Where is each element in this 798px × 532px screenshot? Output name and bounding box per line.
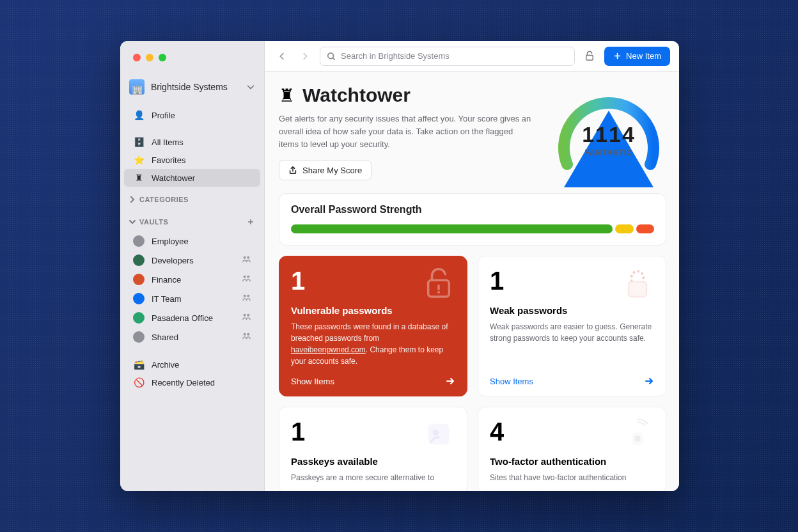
vulnerable-passwords-card[interactable]: 1 Vulnerable passwords These passwords w… bbox=[279, 256, 467, 396]
shared-icon bbox=[242, 331, 251, 343]
minimize-window-button[interactable] bbox=[146, 54, 153, 61]
passkey-icon bbox=[421, 416, 457, 452]
sidebar-item-profile[interactable]: 👤 Profile bbox=[124, 106, 260, 124]
vault-label: IT Team bbox=[152, 294, 181, 304]
forward-button[interactable] bbox=[297, 48, 313, 65]
account-name: Brightside Systems bbox=[151, 82, 240, 92]
show-items-button[interactable]: Show Items bbox=[490, 367, 654, 386]
vault-icon bbox=[133, 293, 145, 304]
tower-icon: ♜ bbox=[279, 85, 295, 106]
new-item-button[interactable]: New Item bbox=[604, 47, 670, 66]
passkeys-title: Passkeys available bbox=[291, 456, 455, 467]
share-score-label: Share My Score bbox=[302, 166, 362, 175]
svg-point-1 bbox=[247, 256, 249, 259]
profile-icon: 👤 bbox=[133, 110, 145, 120]
window-controls bbox=[120, 41, 264, 61]
svg-rect-11 bbox=[586, 55, 593, 60]
trash-icon: 🚫 bbox=[133, 377, 145, 387]
page-description: Get alerts for any security issues that … bbox=[279, 113, 535, 151]
sidebar-item-archive[interactable]: 🗃️ Archive bbox=[124, 356, 260, 373]
vault-icon bbox=[133, 274, 145, 285]
sidebar-item-favorites[interactable]: ⭐ Favorites bbox=[124, 151, 260, 169]
back-button[interactable] bbox=[274, 48, 290, 65]
account-switcher[interactable]: 🏢 Brightside Systems bbox=[129, 79, 255, 95]
vault-label: Developers bbox=[152, 256, 194, 265]
svg-rect-14 bbox=[629, 282, 646, 297]
score-rating: FANTASTIC bbox=[551, 148, 666, 157]
vault-label: Shared bbox=[152, 332, 178, 342]
twofa-icon bbox=[620, 416, 655, 452]
show-items-button[interactable]: Show Items bbox=[291, 367, 455, 386]
add-vault-button[interactable]: ＋ bbox=[246, 216, 256, 228]
vault-icon bbox=[133, 312, 145, 324]
weak-passwords-card[interactable]: 1 Weak passwords Weak passwords are easi… bbox=[478, 256, 666, 396]
watchtower-hero: ♜ Watchtower Get alerts for any security… bbox=[279, 84, 666, 180]
vulnerable-description: These passwords were found in a database… bbox=[291, 321, 455, 367]
arrow-right-icon bbox=[644, 376, 654, 386]
strength-segment-strong bbox=[291, 224, 613, 233]
svg-point-4 bbox=[244, 295, 246, 297]
arrow-left-icon bbox=[278, 52, 286, 61]
strength-bar bbox=[291, 224, 654, 233]
main-pane: Search in Brightside Systems New Item ♜ … bbox=[265, 41, 679, 491]
lock-button[interactable] bbox=[581, 48, 598, 65]
shared-icon bbox=[242, 254, 251, 266]
section-label: CATEGORIES bbox=[139, 196, 189, 203]
vault-label: Finance bbox=[152, 275, 181, 285]
sidebar-item-all-items[interactable]: 🗄️ All Items bbox=[124, 133, 260, 151]
vault-item-pasadena-office[interactable]: Pasadena Office bbox=[124, 308, 260, 327]
share-icon bbox=[288, 166, 297, 175]
search-input[interactable]: Search in Brightside Systems bbox=[320, 47, 575, 66]
svg-point-5 bbox=[247, 295, 249, 297]
vaults-section-header[interactable]: VAULTS ＋ bbox=[120, 207, 264, 231]
hibp-link[interactable]: haveibeenpwned.com bbox=[291, 345, 366, 354]
new-item-label: New Item bbox=[626, 51, 661, 61]
shared-icon bbox=[242, 312, 251, 324]
content-area: ♜ Watchtower Get alerts for any security… bbox=[265, 72, 679, 491]
strength-segment-medium bbox=[615, 224, 633, 233]
unlock-alert-icon bbox=[421, 265, 457, 301]
account-icon: 🏢 bbox=[129, 79, 145, 95]
page-title: Watchtower bbox=[302, 84, 411, 106]
vault-item-finance[interactable]: Finance bbox=[124, 270, 260, 289]
vault-item-it-team[interactable]: IT Team bbox=[124, 289, 260, 308]
vault-item-developers[interactable]: Developers bbox=[124, 251, 260, 270]
passkeys-description: Passkeys are a more secure alternative t… bbox=[291, 472, 455, 483]
vulnerable-title: Vulnerable passwords bbox=[291, 305, 455, 316]
vault-label: Employee bbox=[152, 237, 189, 246]
lock-open-icon bbox=[584, 51, 595, 62]
svg-point-6 bbox=[244, 314, 246, 317]
sidebar-item-label: Recently Deleted bbox=[152, 378, 215, 387]
star-icon: ⭐ bbox=[133, 155, 145, 165]
sidebar-item-recently-deleted[interactable]: 🚫 Recently Deleted bbox=[124, 373, 260, 391]
svg-point-0 bbox=[244, 256, 246, 259]
twofa-title: Two-factor authentication bbox=[490, 456, 654, 467]
sidebar-item-watchtower[interactable]: ♜ Watchtower bbox=[124, 169, 260, 187]
weak-title: Weak passwords bbox=[490, 305, 654, 316]
share-score-button[interactable]: Share My Score bbox=[279, 160, 372, 180]
svg-point-3 bbox=[247, 276, 249, 278]
weak-description: Weak passwords are easier to guess. Gene… bbox=[490, 321, 654, 344]
score-value: 1114 bbox=[551, 122, 666, 147]
svg-point-8 bbox=[244, 333, 246, 336]
arrow-right-icon bbox=[301, 52, 309, 61]
twofa-description: Sites that have two-factor authenticatio… bbox=[490, 472, 654, 483]
maximize-window-button[interactable] bbox=[159, 54, 166, 61]
twofa-card[interactable]: 4 Two-factor authentication Sites that h… bbox=[478, 407, 666, 491]
weak-lock-icon bbox=[620, 265, 655, 301]
close-window-button[interactable] bbox=[133, 54, 141, 61]
svg-point-2 bbox=[244, 276, 246, 278]
score-gauge: 1114 FANTASTIC bbox=[551, 84, 666, 180]
svg-point-16 bbox=[433, 430, 439, 435]
plus-icon bbox=[613, 52, 622, 60]
vault-icon bbox=[133, 331, 145, 343]
strength-segment-weak bbox=[636, 224, 654, 233]
svg-point-7 bbox=[247, 314, 249, 317]
inbox-icon: 🗄️ bbox=[133, 137, 145, 147]
categories-section-header[interactable]: CATEGORIES bbox=[120, 187, 264, 207]
vault-item-shared[interactable]: Shared bbox=[124, 327, 260, 347]
vault-icon bbox=[133, 235, 145, 247]
passkeys-card[interactable]: 1 Passkeys available Passkeys are a more… bbox=[279, 407, 467, 491]
svg-point-9 bbox=[247, 333, 249, 336]
vault-item-employee[interactable]: Employee bbox=[124, 231, 260, 251]
